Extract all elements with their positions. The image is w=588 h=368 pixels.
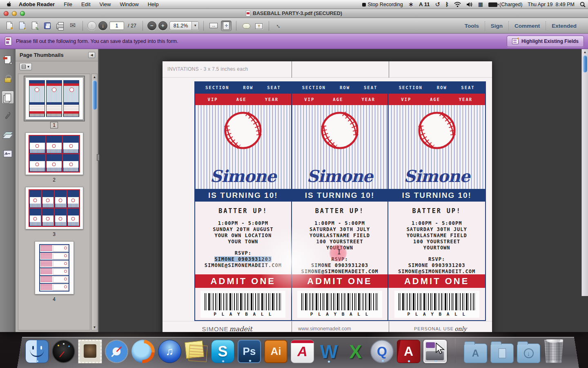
text-markup-button[interactable]: T — [254, 20, 264, 31]
document-scrollbar[interactable]: ▲ — [581, 49, 588, 296]
selected-text[interactable]: SIMONE 0903931203 — [214, 256, 272, 262]
page-label-1[interactable]: 1 — [50, 122, 58, 128]
page-top-row: INVITATIONS - 3 x 7.5 inches each — [163, 61, 492, 78]
menu-item-window[interactable]: Window — [115, 0, 143, 9]
license-caps: PERSONAL USE — [414, 326, 454, 331]
keyboard-viewer-icon[interactable]: ▦ — [478, 0, 483, 9]
doc-scrollbar-thumb[interactable] — [583, 55, 587, 72]
apple-menu-icon[interactable] — [6, 1, 12, 7]
tools-panel-button[interactable]: Tools — [459, 23, 485, 29]
ticket-details[interactable]: BATTER UP! 1:00PM - 5:00PM SATURDAY 30TH… — [292, 202, 388, 274]
open-file-button[interactable]: ✦ — [17, 20, 27, 31]
comment-panel-button[interactable]: Comment — [509, 23, 546, 29]
finder-dock-icon[interactable] — [25, 340, 49, 363]
scrollbar-thumb[interactable] — [92, 80, 97, 110]
firefox-dock-icon[interactable] — [131, 340, 155, 363]
downloads-folder-dock-icon[interactable]: ↓ — [517, 343, 540, 363]
invitation-ticket-1[interactable]: SECTIONROWSEAT VIPAGEYEAR Simon — [195, 82, 292, 320]
menu-clock[interactable]: Thu Apr 19 8:49 PM — [528, 2, 575, 7]
fullscreen-button[interactable]: ↔ — [274, 20, 284, 31]
ticket-subheader-row: VIPAGEYEAR — [388, 93, 485, 105]
stickies-dock-icon[interactable] — [185, 340, 208, 363]
page-label-4[interactable]: 4 — [51, 296, 58, 302]
highlight-fields-button[interactable]: Highlight Existing Fields — [507, 36, 584, 47]
page-thumbnail-2[interactable] — [25, 132, 83, 175]
page-thumbnail-4[interactable] — [35, 241, 74, 294]
comment-bubble-button[interactable] — [241, 20, 252, 31]
running-indicator — [249, 360, 252, 362]
attachments-tab[interactable] — [2, 110, 14, 123]
fit-page-button[interactable]: ✛ — [221, 20, 232, 31]
next-page-button[interactable]: ↓ — [98, 21, 107, 30]
create-pdf-button[interactable]: ★ — [4, 20, 15, 31]
menu-item-edit[interactable]: Edit — [77, 0, 95, 9]
page-thumbnails-panel: Page Thumbnails ◀ ▼ 1 2 3 — [16, 49, 99, 332]
applications-folder-dock-icon[interactable]: A — [464, 343, 487, 363]
menu-item-file[interactable]: File — [59, 0, 77, 9]
bluetooth-icon[interactable]: ᛒ — [445, 0, 449, 9]
input-menu-icon[interactable]: A 11 — [419, 0, 430, 9]
ticket-name: Simone — [292, 166, 388, 186]
page-thumbnails-tab[interactable] — [2, 91, 14, 104]
acrobat-dock-icon[interactable]: A — [397, 340, 420, 363]
page-number-input[interactable] — [109, 21, 124, 30]
running-indicator — [381, 360, 384, 362]
page-label-3[interactable]: 3 — [51, 231, 58, 237]
email-button[interactable]: ✉ — [67, 20, 78, 31]
ticket-details[interactable]: BATTER UP! 1:00PM - 5:00PM SATURDAY 30TH… — [388, 202, 485, 274]
zoom-level-dropdown[interactable]: 81.2% ▼ — [169, 21, 199, 30]
quicktime-dock-icon[interactable]: Q — [370, 340, 394, 363]
invitation-ticket-3[interactable]: SECTIONROWSEAT VIPAGEYEAR Simon — [388, 82, 485, 320]
extended-panel-button[interactable]: Extended — [546, 23, 582, 29]
sign-panel-button[interactable]: Sign — [485, 23, 508, 29]
photoshop-dock-icon[interactable]: Ps — [238, 340, 261, 363]
itunes-dock-icon[interactable]: ♫ — [158, 340, 181, 363]
volume-icon[interactable] — [466, 2, 473, 7]
playball-label: P L A Y B A L L — [205, 312, 281, 317]
scroll-up-arrow[interactable]: ▲ — [92, 74, 97, 80]
excel-dock-icon[interactable]: X — [344, 340, 367, 363]
doc-scroll-up-arrow[interactable]: ▲ — [582, 49, 588, 55]
wifi-icon[interactable] — [454, 2, 461, 7]
skype-dock-icon[interactable]: S — [211, 340, 234, 363]
safari-dock-icon[interactable] — [105, 340, 128, 363]
menu-item-app[interactable]: Adobe Reader — [14, 0, 59, 9]
spotlight-icon[interactable] — [580, 2, 586, 7]
document-viewport[interactable]: INVITATIONS - 3 x 7.5 inches each SECTIO… — [99, 49, 581, 332]
time-machine-icon[interactable]: ↺ — [435, 0, 440, 9]
previous-page-button[interactable]: ↑ — [87, 21, 96, 30]
mail-dock-icon[interactable] — [78, 340, 102, 363]
thumbnail-scrollbar[interactable]: ▲ ▼ — [91, 74, 98, 330]
security-lock-tab[interactable] — [2, 72, 14, 85]
zoom-in-button[interactable]: + — [158, 21, 167, 30]
page-thumbnail-1[interactable] — [25, 77, 83, 120]
title-bar[interactable]: BASEBALL PARTY-3.pdf (SECURED) — [0, 9, 588, 18]
invitation-ticket-2[interactable]: SECTIONROWSEAT VIPAGEYEAR Simon — [292, 82, 389, 320]
screen-sharing-icon[interactable]: ∗ — [408, 0, 414, 9]
scroll-down-arrow[interactable]: ▼ — [92, 324, 97, 330]
collapse-panel-button[interactable]: ◀ — [88, 52, 95, 58]
thumbnail-list: 1 2 3 4 — [18, 74, 90, 330]
stop-recording-menu[interactable]: Stop Recording — [362, 2, 403, 7]
dashboard-dock-icon[interactable] — [52, 340, 75, 363]
trash-dock-icon[interactable] — [543, 339, 564, 363]
scroll-mode-button[interactable]: ↔ — [208, 20, 219, 31]
thumbnail-options-button[interactable]: ▼ — [20, 63, 32, 70]
ticket-details[interactable]: BATTER UP! 1:00PM - 5:00PM SUNDAY 20TH A… — [195, 202, 291, 274]
sign-document-button[interactable]: ✎ — [29, 20, 40, 31]
page-thumbnail-3[interactable] — [25, 187, 83, 229]
word-dock-icon[interactable]: W — [317, 340, 341, 363]
page-search-tab[interactable] — [2, 53, 14, 66]
battery-menu[interactable]: (Charged) — [488, 2, 522, 7]
save-button[interactable] — [42, 20, 53, 31]
menu-item-view[interactable]: View — [95, 0, 116, 9]
illustrator-dock-icon[interactable]: Ai — [264, 340, 287, 363]
page-label-2[interactable]: 2 — [51, 177, 58, 183]
zoom-out-button[interactable]: − — [147, 21, 156, 30]
adobe-reader-dock-icon[interactable]: A — [291, 340, 314, 363]
documents-folder-dock-icon[interactable] — [490, 343, 514, 363]
signatures-tab[interactable] — [2, 147, 14, 160]
layers-tab[interactable] — [2, 128, 14, 141]
print-button[interactable] — [55, 20, 65, 31]
menu-item-help[interactable]: Help — [143, 0, 163, 9]
